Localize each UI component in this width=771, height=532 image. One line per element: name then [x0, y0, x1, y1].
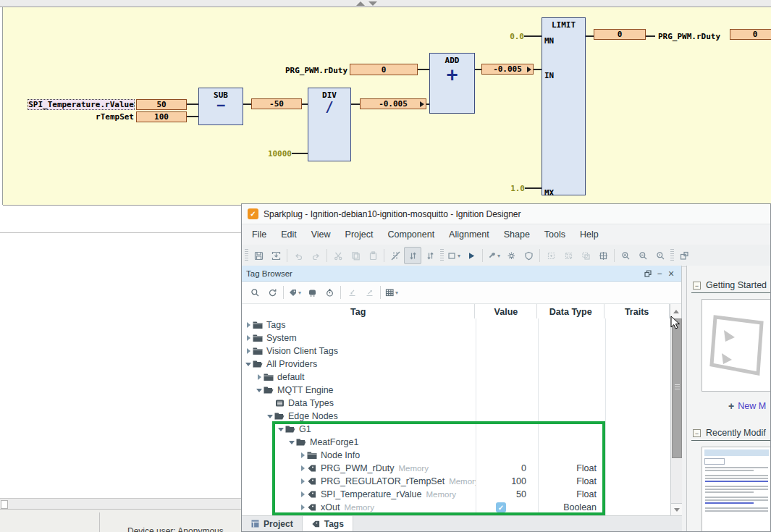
- menu-component[interactable]: Component: [380, 224, 442, 245]
- fbd-var-pwm-top[interactable]: PRG_PWM.rDuty: [282, 66, 347, 75]
- expander-closed-icon[interactable]: [245, 345, 252, 358]
- fbd-var-spi-temperature[interactable]: SPI_Temperature.rValue: [28, 99, 135, 110]
- toolbar-grip[interactable]: [245, 249, 248, 262]
- expander-open-icon[interactable]: [245, 358, 252, 371]
- zoom-actual-button[interactable]: [652, 247, 669, 264]
- fbd-value-pwm-top[interactable]: 0: [350, 64, 418, 75]
- window-arrange-button[interactable]: [675, 247, 693, 264]
- import-tags-button[interactable]: [343, 284, 361, 301]
- close-panel-button[interactable]: ×: [665, 268, 677, 279]
- collapse-icon[interactable]: −: [693, 282, 701, 290]
- swap-vertical-alt-button[interactable]: [421, 247, 439, 264]
- scrollbar-thumb[interactable]: [672, 318, 682, 458]
- splitter-collapse-down-icon[interactable]: [368, 1, 377, 6]
- new-main-window-link[interactable]: + New M: [728, 400, 771, 412]
- align-anchor-button[interactable]: [594, 247, 612, 264]
- copy-button[interactable]: [347, 247, 364, 264]
- zoom-in-button[interactable]: [617, 247, 634, 264]
- shape-select-button[interactable]: ▾: [445, 247, 463, 264]
- tree-row-data-types[interactable]: Data Types: [242, 397, 682, 410]
- tree-row-default[interactable]: default: [242, 371, 682, 384]
- boolean-checkbox[interactable]: ✓: [496, 502, 506, 512]
- tree-row-node-info[interactable]: Node Info: [242, 449, 682, 462]
- wrench-button[interactable]: ▾: [485, 247, 502, 264]
- align-spread-button[interactable]: [560, 247, 577, 264]
- expander-closed-icon[interactable]: [245, 318, 252, 332]
- expander-closed-icon[interactable]: [256, 371, 263, 384]
- zoom-out-button[interactable]: [634, 247, 652, 264]
- tree-row-all-providers[interactable]: All Providers: [242, 358, 682, 371]
- fbd-value-rtempset[interactable]: 100: [136, 111, 187, 122]
- column-config-button[interactable]: ▾: [383, 284, 400, 301]
- undo-button[interactable]: [290, 247, 307, 264]
- expander-closed-icon[interactable]: [299, 449, 306, 462]
- expander-closed-icon[interactable]: [299, 475, 306, 488]
- float-panel-button[interactable]: [642, 268, 654, 279]
- column-header-datatype[interactable]: Data Type: [537, 304, 604, 319]
- menu-alignment[interactable]: Alignment: [442, 224, 497, 245]
- fbd-block-add[interactable]: ADD +: [429, 53, 475, 114]
- fbd-value-add-out[interactable]: -0.005: [481, 64, 534, 75]
- fbd-block-limit[interactable]: LIMIT MN IN MX: [542, 17, 586, 195]
- fbd-var-pwm-out[interactable]: PRG_PWM.rDuty: [658, 32, 730, 41]
- fbd-block-sub[interactable]: SUB −: [198, 88, 243, 125]
- tab-project[interactable]: Project: [242, 516, 302, 531]
- scrollbar-thumb[interactable]: [1, 500, 8, 509]
- window-title-bar[interactable]: ✓ Sparkplug - Ignition-debian10-ignition…: [242, 204, 770, 224]
- redo-button[interactable]: [307, 247, 324, 264]
- tree-row-vision-client-tags[interactable]: Vision Client Tags: [242, 345, 682, 358]
- toggle-guides-button[interactable]: [387, 247, 404, 264]
- tag-browser-header[interactable]: Tag Browser − ×: [242, 266, 681, 282]
- export-tags-button[interactable]: [361, 284, 378, 301]
- tree-row-prg-regulator-rtempset[interactable]: PRG_REGULATOR_rTempSetMemory100Float: [242, 475, 682, 488]
- column-header-tag[interactable]: Tag: [242, 304, 475, 319]
- collapse-icon[interactable]: −: [693, 429, 701, 437]
- fbd-block-div[interactable]: DIV /: [308, 88, 351, 161]
- column-header-traits[interactable]: Traits: [604, 304, 670, 319]
- menu-project[interactable]: Project: [338, 224, 381, 245]
- align-size-button[interactable]: [542, 247, 560, 264]
- save-button[interactable]: [250, 247, 267, 264]
- swap-vertical-button[interactable]: [404, 247, 421, 264]
- recent-document-thumbnail[interactable]: [702, 447, 771, 531]
- fbd-value-spi[interactable]: 50: [136, 99, 187, 110]
- cut-button[interactable]: [329, 247, 347, 264]
- paste-button[interactable]: [364, 247, 382, 264]
- horizontal-splitter[interactable]: [0, 0, 771, 7]
- minimize-panel-button[interactable]: −: [654, 268, 665, 279]
- tab-tags[interactable]: Tags: [302, 516, 353, 531]
- menu-edit[interactable]: Edit: [274, 224, 304, 245]
- tree-row-edge-nodes[interactable]: Edge Nodes: [242, 410, 682, 423]
- search-icon[interactable]: [246, 284, 264, 301]
- splitter-collapse-up-icon[interactable]: [356, 1, 365, 6]
- fbd-const-mx[interactable]: 1.0: [490, 184, 525, 193]
- tree-row-g1[interactable]: G1: [242, 423, 682, 436]
- toolbar-grip[interactable]: [670, 249, 674, 262]
- tree-row-system[interactable]: System: [242, 332, 682, 345]
- security-shield-button[interactable]: [520, 247, 537, 264]
- fbd-canvas[interactable]: SPI_Temperature.rValue 50 rTempSet 100 S…: [3, 7, 771, 206]
- preview-play-button[interactable]: [463, 247, 480, 264]
- menu-shape[interactable]: Shape: [497, 224, 537, 245]
- tree-row-meatforge1[interactable]: MeatForge1: [242, 436, 682, 449]
- fbd-value-div-out[interactable]: -0.005: [360, 98, 426, 109]
- fbd-const-mn[interactable]: 0.0: [489, 32, 524, 41]
- fbd-value-sub-out[interactable]: -50: [251, 98, 302, 109]
- timer-button[interactable]: [321, 284, 338, 301]
- tree-row-mqtt-engine[interactable]: MQTT Engine: [242, 384, 682, 397]
- component-customizer-button[interactable]: [502, 247, 520, 264]
- menu-view[interactable]: View: [304, 224, 338, 245]
- expander-open-icon[interactable]: [256, 384, 263, 397]
- fbd-value-limit-out[interactable]: 0: [594, 29, 646, 40]
- recently-modified-header[interactable]: − Recently Modif: [687, 428, 771, 438]
- menu-file[interactable]: File: [245, 224, 274, 245]
- toolbar-grip[interactable]: [440, 249, 444, 262]
- tree-row-prg-pwm-rduty[interactable]: PRG_PWM_rDutyMemory0Float: [242, 462, 682, 475]
- udt-button[interactable]: [303, 284, 321, 301]
- align-stack-button[interactable]: [577, 247, 594, 264]
- expander-closed-icon[interactable]: [299, 462, 306, 475]
- menu-help[interactable]: Help: [573, 224, 606, 245]
- expander-closed-icon[interactable]: [299, 501, 306, 514]
- tree-row-xout[interactable]: xOutMemory✓Boolean: [242, 501, 682, 514]
- expander-open-icon[interactable]: [277, 423, 285, 436]
